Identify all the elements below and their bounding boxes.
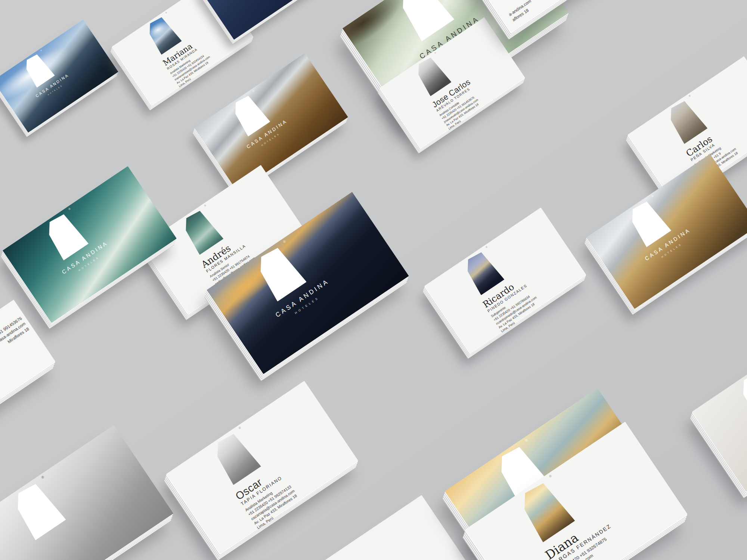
registered-mark-icon: ® bbox=[485, 246, 488, 249]
logo-trapezoid-photo bbox=[143, 14, 182, 55]
registered-mark-icon: ® bbox=[252, 89, 255, 93]
logo-trapezoid bbox=[8, 479, 66, 540]
card-back-oscar: ®OscarTAPIA FLORIANOAnalista Marketing+5… bbox=[166, 381, 359, 554]
registered-mark-icon: ® bbox=[688, 94, 691, 98]
registered-mark-icon: ® bbox=[548, 474, 552, 479]
business-card-mockup-scene: ®CASA ANDINAHOTELES®MarianaROSAS MIRANDA… bbox=[0, 0, 747, 560]
card-front-pale: ® bbox=[692, 318, 747, 492]
registered-mark-icon: ® bbox=[40, 49, 43, 52]
contact-block: RicardoPINEDO GONZALESSubgerente+51 2235… bbox=[481, 252, 577, 333]
registered-mark-icon: ® bbox=[41, 475, 45, 480]
logo-trapezoid-photo bbox=[664, 98, 708, 144]
registered-mark-icon: ® bbox=[651, 194, 654, 198]
registered-mark-icon: ® bbox=[204, 204, 207, 207]
contact-block: OscarTAPIA FLORIANOAnalista Marketing+51… bbox=[233, 433, 347, 530]
registered-mark-icon: ® bbox=[282, 239, 286, 244]
logo-trapezoid bbox=[229, 93, 270, 137]
card-card-blank bbox=[276, 495, 478, 560]
logo-trapezoid-photo bbox=[179, 207, 224, 255]
card-front-ocean-wave: ®CASA ANDINAHOTELES bbox=[3, 166, 177, 323]
card-back-ricardo: ®RicardoPINEDO GONZALESSubgerente+51 223… bbox=[424, 208, 586, 354]
card-front-mountain-sky: ®CASA ANDINAHOTELES bbox=[0, 20, 118, 133]
registered-mark-icon: ® bbox=[68, 207, 72, 211]
logo-trapezoid bbox=[21, 52, 55, 88]
registered-mark-icon: ® bbox=[238, 426, 241, 430]
registered-mark-icon: ® bbox=[434, 52, 437, 55]
registered-mark-icon: ® bbox=[524, 438, 529, 443]
card-front-glacier: ® bbox=[0, 425, 173, 560]
logo-trapezoid-photo bbox=[461, 249, 505, 295]
card-front-brown-valley: ®CASA ANDINAHOTELES bbox=[194, 53, 348, 192]
contact-block: Jose CarlosARÉVALO TORRESAnalista Contab… bbox=[431, 57, 517, 131]
logo-trapezoid-photo bbox=[209, 430, 261, 485]
logo-trapezoid bbox=[41, 211, 89, 261]
registered-mark-icon: ® bbox=[165, 11, 167, 14]
card-fragment-left: 51 991453676casa-andina.comMiraflores 18 bbox=[0, 300, 56, 429]
card-text-fragments: 51 991453676casa-andina.comMiraflores 18 bbox=[0, 315, 31, 349]
logo-trapezoid bbox=[735, 368, 747, 423]
logo-trapezoid bbox=[624, 198, 671, 247]
